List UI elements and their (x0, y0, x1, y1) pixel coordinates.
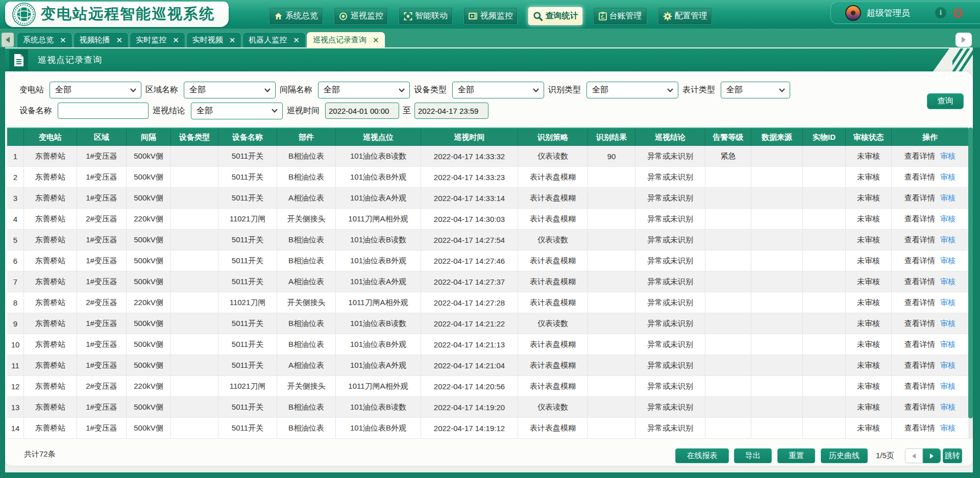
audit-link[interactable]: 审核 (940, 402, 955, 412)
filter-select-5[interactable]: 全部 (586, 82, 678, 98)
conclusion-select[interactable]: 全部 (191, 103, 283, 119)
info-icon[interactable]: i (935, 7, 946, 18)
cell: 2 (7, 167, 24, 188)
close-icon[interactable]: ✕ (116, 36, 123, 44)
cell: 未审核 (846, 188, 892, 209)
filter-select-2[interactable]: 全部 (184, 82, 276, 98)
cell: 2022-04-17 14:27:37 (421, 271, 518, 292)
audit-link[interactable]: 审核 (940, 214, 955, 224)
cell-actions: 查看详情审核 (892, 397, 968, 418)
history-curve-button[interactable]: 历史曲线 (821, 448, 868, 463)
audit-link[interactable]: 审核 (940, 193, 955, 203)
jump-button[interactable]: 跳转 (943, 448, 962, 463)
audit-link[interactable]: 审核 (940, 277, 955, 287)
view-detail-link[interactable]: 查看详情 (904, 361, 935, 370)
audit-link[interactable]: 审核 (940, 361, 955, 370)
view-detail-link[interactable]: 查看详情 (904, 172, 935, 182)
view-detail-link[interactable]: 查看详情 (904, 152, 935, 161)
tab-4[interactable]: 实时视频✕ (186, 32, 242, 47)
view-detail-link[interactable]: 查看详情 (904, 319, 935, 329)
audit-link[interactable]: 审核 (940, 382, 955, 391)
view-detail-link[interactable]: 查看详情 (904, 340, 935, 349)
view-detail-link[interactable]: 查看详情 (904, 214, 935, 224)
audit-link[interactable]: 审核 (940, 256, 955, 266)
view-detail-link[interactable]: 查看详情 (904, 402, 935, 412)
close-icon[interactable]: ✕ (173, 36, 179, 44)
nav-gear-button[interactable]: 配置管理 (658, 7, 712, 25)
audit-link[interactable]: 审核 (940, 235, 955, 245)
frame-bottom (0, 472, 980, 478)
cell: 5011开关 (218, 188, 277, 209)
cell: 101油位表B读数 (336, 230, 421, 250)
app-logo (12, 3, 36, 26)
page-indicator: 1/5页 (876, 451, 894, 461)
tab-3[interactable]: 实时监控✕ (130, 32, 185, 47)
export-button[interactable]: 导出 (734, 448, 772, 463)
tab-scroll-left-button[interactable] (2, 33, 14, 47)
cell: 1#变压器 (77, 418, 127, 439)
audit-link[interactable]: 审核 (940, 340, 955, 349)
cell: 异常或未识别 (635, 271, 705, 292)
cell (803, 271, 846, 292)
cell (588, 230, 635, 250)
device-name-input[interactable] (58, 103, 149, 119)
avatar[interactable] (845, 5, 861, 21)
close-icon[interactable]: ✕ (229, 36, 236, 44)
reset-button[interactable]: 重置 (777, 448, 815, 463)
scrollbar-thumb[interactable] (968, 128, 973, 418)
audit-link[interactable]: 审核 (940, 172, 955, 182)
table-scrollbar[interactable] (968, 128, 973, 439)
online-report-button[interactable]: 在线报表 (675, 448, 729, 463)
time-to-input[interactable]: 2022-04-17 23:59 (414, 103, 488, 119)
filter-select-6[interactable]: 全部 (721, 82, 790, 98)
close-icon[interactable]: ✕ (293, 36, 300, 44)
cell: B相油位表 (277, 146, 336, 167)
view-detail-link[interactable]: 查看详情 (904, 193, 935, 203)
close-icon[interactable]: ✕ (373, 36, 379, 44)
nav-search-button[interactable]: 查询统计 (528, 7, 582, 25)
cell: 异常或未识别 (635, 146, 705, 167)
cell: 1011刀闸A相外观 (336, 376, 421, 397)
audit-link[interactable]: 审核 (940, 152, 955, 161)
view-detail-link[interactable]: 查看详情 (904, 235, 935, 245)
tab-1[interactable]: 系统总览✕ (17, 32, 72, 47)
chevron-down-icon (533, 88, 539, 92)
cell: 表计表盘模糊 (518, 271, 588, 292)
view-detail-link[interactable]: 查看详情 (904, 423, 935, 433)
audit-link[interactable]: 审核 (940, 423, 955, 433)
tab-6[interactable]: 巡视点记录查询✕ (307, 32, 385, 47)
view-detail-link[interactable]: 查看详情 (904, 256, 935, 266)
cell-actions: 查看详情审核 (892, 376, 968, 397)
tab-scroll-right-button[interactable] (955, 33, 972, 47)
close-icon[interactable]: ✕ (60, 36, 66, 44)
search-button[interactable]: 查询 (927, 93, 964, 109)
logout-icon[interactable] (952, 7, 964, 18)
view-detail-link[interactable]: 查看详情 (904, 277, 935, 287)
cell (751, 376, 803, 397)
filter-select-3[interactable]: 全部 (318, 82, 410, 98)
nav-ledger-button[interactable]: 台账管理 (593, 7, 647, 25)
nav-link-button[interactable]: 智能联动 (399, 7, 453, 25)
filter-select-4[interactable]: 全部 (452, 82, 544, 98)
view-detail-link[interactable]: 查看详情 (904, 298, 935, 308)
cell-actions: 查看详情审核 (892, 167, 968, 188)
next-page-button[interactable] (923, 448, 941, 463)
nav-eye-button[interactable]: 巡视监控 (334, 7, 388, 25)
time-from-input[interactable]: 2022-04-01 00:00 (325, 103, 399, 119)
cell (803, 334, 846, 355)
audit-link[interactable]: 审核 (940, 319, 955, 329)
audit-link[interactable]: 审核 (940, 298, 955, 308)
cell: 2022-04-17 14:21:04 (421, 355, 518, 376)
prev-page-button[interactable] (905, 448, 923, 463)
cell: 1#变压器 (77, 313, 127, 334)
cell: 8 (7, 292, 24, 313)
nav-home-button[interactable]: 系统总览 (269, 7, 323, 25)
tab-5[interactable]: 机器人监控✕ (242, 32, 306, 47)
cell: 仪表读数 (518, 230, 588, 250)
tab-2[interactable]: 视频轮播✕ (74, 32, 129, 47)
cell: B相油位表 (277, 167, 336, 188)
table-row: 5东善桥站1#变压器500kV侧5011开关B相油位表101油位表B读数2022… (7, 230, 968, 250)
filter-select-1[interactable]: 全部 (50, 82, 141, 98)
nav-video-button[interactable]: 视频监控 (463, 7, 518, 25)
view-detail-link[interactable]: 查看详情 (904, 382, 935, 391)
